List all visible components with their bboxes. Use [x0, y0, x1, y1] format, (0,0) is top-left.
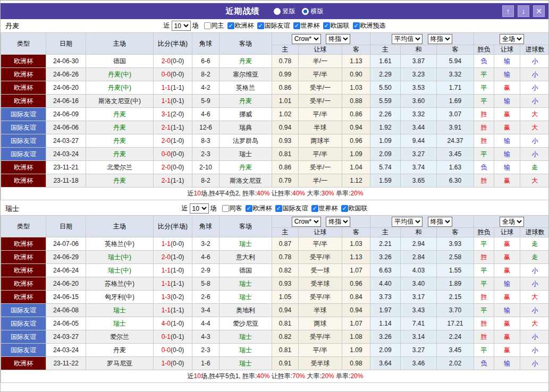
checkbox-checked-icon[interactable]: ✓	[353, 22, 360, 29]
result-outcome: 平	[474, 148, 494, 161]
league-filter[interactable]: ✓欧洲杯	[242, 204, 272, 213]
average-select[interactable]: 平均值	[392, 217, 423, 227]
match-count-select[interactable]: 10	[190, 203, 209, 214]
odds-away: 1.09	[342, 344, 370, 357]
odds-away: 0.94	[342, 121, 370, 134]
home-team: 丹麦(中)	[86, 68, 154, 81]
league-filter[interactable]: ✓世界杯	[290, 21, 320, 30]
col-away: 客场	[219, 216, 272, 237]
match-type-badge: 欧洲杯	[1, 55, 46, 68]
same-venue-checkbox[interactable]	[204, 22, 211, 29]
league-label[interactable]: 世界杯	[301, 21, 320, 30]
match-row: 国际友谊24-06-05瑞士4-0(1-0)4-4爱沙尼亚0.81两球1.071…	[1, 317, 549, 330]
col-avg-draw: 和	[401, 45, 437, 55]
col-avg-home: 主	[370, 45, 401, 55]
result-handicap: 赢	[494, 81, 520, 95]
checkbox-checked-icon[interactable]: ✓	[227, 22, 234, 29]
result-goals: 小	[520, 357, 549, 370]
corners: 4-3	[192, 330, 219, 344]
bookmaker-select[interactable]: Crow*	[292, 217, 321, 227]
home-team: 北爱尔兰	[86, 161, 154, 174]
odds-home: 0.86	[272, 81, 299, 95]
match-type-badge: 国际友谊	[1, 304, 46, 317]
layout-switch: 竖版 横版	[267, 7, 324, 16]
result-outcome: 负	[474, 55, 494, 68]
move-down-button[interactable]: ↓	[518, 5, 529, 17]
league-label[interactable]: 国际友谊	[283, 204, 308, 213]
league-filter[interactable]: ✓国际友谊	[272, 204, 308, 213]
league-filter[interactable]: ✓欧国联	[338, 204, 368, 213]
vertical-layout-label[interactable]: 竖版	[283, 7, 295, 16]
league-label[interactable]: 欧洲预选	[360, 21, 386, 30]
same-venue-checkbox[interactable]	[222, 205, 229, 212]
horizontal-layout-label[interactable]: 横版	[311, 7, 324, 16]
result-outcome: 平	[474, 81, 494, 95]
match-row: 欧洲杯24-06-26丹麦(中)0-0(0-0)8-2塞尔维亚0.99平/半0.…	[1, 68, 549, 81]
league-label[interactable]: 国际友谊	[265, 21, 290, 30]
league-filter[interactable]: ✓欧洲杯	[224, 21, 254, 30]
checkbox-checked-icon[interactable]: ✓	[311, 205, 318, 212]
result-goals: 大	[520, 174, 549, 188]
checkbox-checked-icon[interactable]: ✓	[293, 22, 300, 29]
match-score: 2-0(0-0)	[154, 55, 192, 68]
bookmaker-select[interactable]: Crow*	[292, 34, 321, 44]
match-row: 欧洲杯24-06-15匈牙利(中)1-3(0-2)2-6瑞士1.05受平/半0.…	[1, 291, 549, 304]
match-count-select[interactable]: 10	[172, 21, 191, 31]
league-filter[interactable]: ✓国际友谊	[254, 21, 290, 30]
col-date: 日期	[46, 216, 86, 237]
odds-time-select[interactable]: 终指	[326, 34, 350, 44]
odds-home: 0.99	[272, 68, 299, 81]
league-filter[interactable]: ✓世界杯	[308, 204, 338, 213]
odds-home: 0.81	[272, 317, 299, 330]
league-filter[interactable]: ✓欧洲预选	[350, 21, 386, 30]
col-outcome: 胜负	[474, 228, 494, 237]
horizontal-layout-radio-icon[interactable]	[302, 8, 309, 15]
result-outcome: 平	[474, 304, 494, 317]
league-label[interactable]: 欧国联	[349, 204, 368, 213]
avg-time-select[interactable]: 终指	[428, 34, 452, 44]
checkbox-checked-icon[interactable]: ✓	[323, 22, 330, 29]
home-team: 丹麦	[86, 174, 154, 188]
home-team: 罗马尼亚	[86, 357, 154, 370]
avg-away: 3.91	[437, 121, 474, 134]
match-date: 24-06-20	[46, 81, 86, 95]
result-handicap: 输	[494, 134, 520, 148]
away-team: 瑞士	[219, 148, 272, 161]
odds-time-select[interactable]: 终指	[326, 217, 350, 227]
league-label[interactable]: 欧国联	[331, 21, 350, 30]
close-button[interactable]: ✕	[533, 5, 545, 17]
odds-handicap: 受平/半	[299, 330, 342, 344]
result-outcome: 胜	[474, 108, 494, 121]
average-select[interactable]: 平均值	[392, 34, 423, 44]
full-match-select[interactable]: 全场	[500, 217, 524, 227]
move-up-button[interactable]: ↑	[502, 5, 514, 17]
odds-home: 0.82	[272, 330, 299, 344]
checkbox-checked-icon[interactable]: ✓	[275, 205, 282, 212]
odds-source-header: Crow* 终指	[272, 216, 370, 228]
league-filter[interactable]: ✓欧国联	[320, 21, 350, 30]
odds-away: 0.98	[342, 357, 370, 370]
avg-time-select[interactable]: 终指	[428, 217, 452, 227]
match-score: 1-3(0-2)	[154, 291, 192, 304]
checkbox-checked-icon[interactable]: ✓	[257, 22, 264, 29]
home-team: 瑞士(中)	[86, 264, 154, 277]
col-score: 比分(半场)	[154, 216, 192, 237]
same-venue-label[interactable]: 同主	[212, 21, 224, 30]
full-match-select[interactable]: 全场	[500, 34, 524, 44]
away-team: 瑞士	[219, 357, 272, 370]
result-outcome: 平	[474, 344, 494, 357]
result-handicap: 赢	[494, 291, 520, 304]
odds-handicap: 半/一	[299, 55, 342, 68]
league-label[interactable]: 欧洲杯	[253, 204, 272, 213]
checkbox-checked-icon[interactable]: ✓	[246, 205, 252, 212]
odds-away: 1.08	[342, 330, 370, 344]
result-goals: 小	[520, 304, 549, 317]
checkbox-checked-icon[interactable]: ✓	[341, 205, 348, 212]
match-type-badge: 欧洲杯	[1, 81, 46, 95]
league-label[interactable]: 世界杯	[319, 204, 338, 213]
home-team: 苏格兰(中)	[86, 277, 154, 291]
same-venue-label[interactable]: 同客	[230, 204, 242, 213]
vertical-layout-radio-icon[interactable]	[274, 8, 281, 15]
league-label[interactable]: 欧洲杯	[235, 21, 254, 30]
odds-away: 1.03	[342, 237, 370, 251]
